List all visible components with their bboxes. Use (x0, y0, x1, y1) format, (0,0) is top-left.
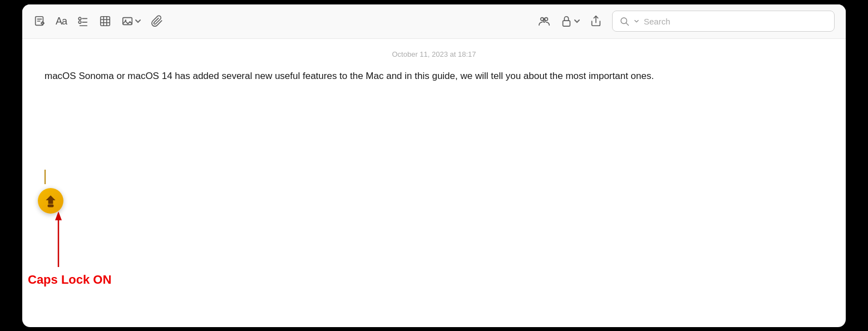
caps-lock-label: Caps Lock ON (28, 273, 111, 287)
notes-app-window: Aa (22, 4, 846, 327)
svg-line-24 (626, 23, 628, 25)
search-box[interactable]: Search (612, 11, 835, 32)
search-chevron-icon (633, 17, 640, 25)
svg-point-5 (78, 21, 81, 24)
share-icon[interactable] (590, 15, 602, 27)
font-icon[interactable]: Aa (56, 16, 67, 27)
note-body[interactable]: macOS Sonoma or macOS 14 has added sever… (45, 68, 796, 83)
attachment-icon[interactable] (151, 15, 163, 27)
caps-lock-badge (38, 188, 63, 214)
caps-lock-icon (43, 194, 58, 208)
lock-icon[interactable] (560, 15, 580, 27)
annotation-arrow-svg (53, 211, 86, 273)
search-placeholder-text: Search (644, 17, 670, 26)
font-icon-label: Aa (56, 16, 67, 27)
collaborate-icon[interactable] (538, 15, 550, 27)
text-cursor (45, 170, 46, 184)
content-area: October 11, 2023 at 18:17 macOS Sonoma o… (22, 39, 846, 327)
svg-rect-21 (563, 21, 570, 26)
svg-point-3 (78, 17, 81, 20)
checklist-icon[interactable] (77, 15, 89, 27)
new-note-icon[interactable] (33, 15, 46, 27)
toolbar: Aa (22, 4, 846, 39)
svg-marker-27 (55, 211, 62, 220)
search-icon (619, 16, 629, 26)
svg-rect-8 (101, 17, 110, 26)
table-icon[interactable] (99, 15, 111, 27)
svg-rect-25 (48, 205, 53, 206)
media-icon[interactable] (121, 15, 141, 27)
note-timestamp: October 11, 2023 at 18:17 (45, 50, 823, 58)
